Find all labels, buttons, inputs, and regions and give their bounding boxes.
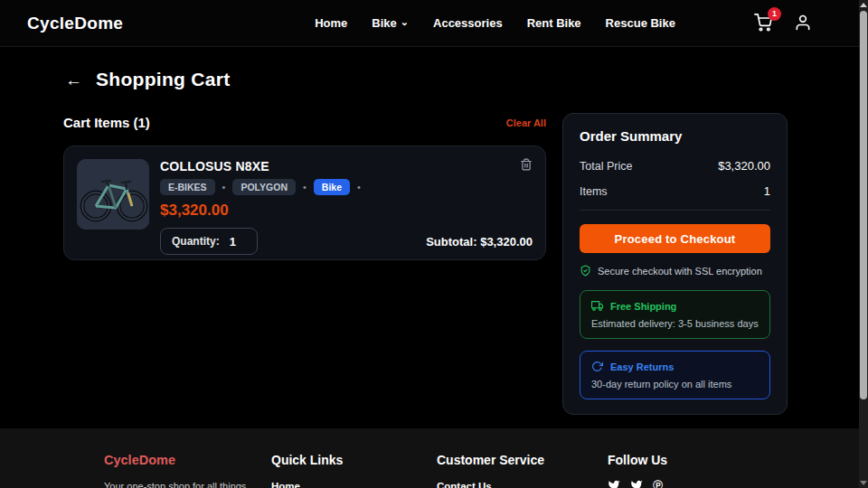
page-title: Shopping Cart (96, 69, 231, 90)
footer-customer-service-column: Customer Service Contact Us (437, 453, 608, 488)
secure-checkout-note: Secure checkout with SSL encryption (598, 266, 762, 277)
clear-all-button[interactable]: Clear All (506, 117, 546, 128)
item-subtotal: Subtotal: $3,320.00 (426, 235, 533, 249)
cart-count-badge: 1 (768, 7, 781, 21)
vertical-scrollbar[interactable] (859, 0, 868, 488)
total-price-value: $3,320.00 (718, 159, 770, 173)
bike-illustration (77, 159, 149, 230)
chevron-down-icon: ⌄ (401, 17, 409, 27)
top-navbar: CycleDome Home Bike ⌄ Accessories Rent B… (0, 0, 868, 47)
follow-us-heading: Follow Us (608, 453, 868, 467)
page-footer: CycleDome Your one-stop shop for all thi… (0, 428, 868, 488)
product-image[interactable] (77, 159, 149, 230)
trash-icon (520, 158, 533, 171)
footer-follow-column: Follow Us ℗ (608, 453, 868, 488)
scrollbar-up-arrow[interactable] (860, 3, 867, 7)
brand-logo[interactable]: CycleDome (27, 14, 123, 33)
tag-bike: Bike (314, 179, 350, 195)
footer-brand: CycleDome (104, 453, 271, 467)
scrollbar-thumb[interactable] (860, 11, 867, 399)
nav-rescue-bike[interactable]: Rescue Bike (606, 16, 675, 30)
footer-quick-links-column: Quick Links Home (271, 453, 437, 488)
quick-links-heading: Quick Links (271, 453, 437, 467)
nav-accessories[interactable]: Accessories (433, 16, 503, 30)
nav-bike[interactable]: Bike ⌄ (372, 16, 409, 30)
quantity-label: Quantity: (172, 235, 220, 248)
footer-link-contact-us[interactable]: Contact Us (437, 481, 608, 488)
summary-divider (580, 210, 770, 211)
twitter-icon[interactable] (630, 479, 643, 488)
free-shipping-title: Free Shipping (610, 301, 676, 312)
cart-items-heading: Cart Items (1) (63, 115, 150, 130)
tag-separator: • (222, 182, 226, 192)
product-tags: E-BIKES • POLYGON • Bike • (160, 179, 533, 195)
cart-items-section: Cart Items (1) Clear All (63, 115, 546, 260)
easy-returns-box: Easy Returns 30-day return policy on all… (580, 351, 770, 399)
user-icon[interactable] (794, 14, 814, 33)
easy-returns-title: Easy Returns (610, 361, 674, 372)
free-shipping-box: Free Shipping Estimated delivery: 3-5 bu… (580, 290, 770, 339)
order-summary-panel: Order Summary Total Price $3,320.00 Item… (562, 113, 788, 415)
tag-separator: • (303, 182, 307, 192)
items-count-label: Items (580, 185, 608, 198)
remove-item-button[interactable] (520, 158, 533, 171)
free-shipping-desc: Estimated delivery: 3-5 business days (591, 318, 759, 329)
shopping-cart-page: CycleDome Home Bike ⌄ Accessories Rent B… (0, 0, 868, 488)
order-summary-title: Order Summary (580, 128, 770, 144)
scrollbar-down-arrow[interactable] (860, 481, 867, 485)
product-price: $3,320.00 (160, 202, 533, 220)
items-count-value: 1 (764, 184, 770, 198)
twitter-icon[interactable] (608, 479, 620, 488)
product-name: COLLOSUS N8XE (160, 159, 533, 174)
footer-tagline: Your one-stop shop for all things (104, 481, 271, 488)
nav-home[interactable]: Home (315, 16, 347, 30)
quantity-value: 1 (220, 235, 246, 249)
customer-service-heading: Customer Service (437, 453, 608, 467)
tag-separator: • (357, 182, 361, 192)
tag-polygon: POLYGON (232, 179, 296, 195)
tag-ebikes: E-BIKES (160, 179, 215, 195)
truck-icon (591, 300, 603, 312)
total-price-label: Total Price (580, 160, 632, 173)
main-nav: Home Bike ⌄ Accessories Rent Bike Rescue… (315, 16, 675, 30)
proceed-to-checkout-button[interactable]: Proceed to Checkout (580, 224, 770, 253)
rotate-icon (591, 361, 603, 372)
footer-link-home[interactable]: Home (271, 481, 437, 488)
footer-brand-column: CycleDome Your one-stop shop for all thi… (104, 453, 271, 488)
cart-icon[interactable]: 1 (754, 14, 774, 33)
header-icons: 1 (754, 14, 837, 33)
shield-check-icon (580, 265, 591, 277)
cart-item-card: COLLOSUS N8XE E-BIKES • POLYGON • Bike •… (63, 145, 546, 260)
quantity-selector[interactable]: Quantity: 1 (160, 228, 258, 255)
back-arrow-icon[interactable]: ← (65, 71, 82, 89)
social-icons: ℗ (608, 478, 868, 488)
main-content: ← Shopping Cart Cart Items (1) Clear All (0, 48, 859, 415)
nav-rent-bike[interactable]: Rent Bike (527, 16, 581, 30)
pinterest-icon[interactable]: ℗ (653, 478, 663, 488)
easy-returns-desc: 30-day return policy on all items (591, 379, 759, 389)
